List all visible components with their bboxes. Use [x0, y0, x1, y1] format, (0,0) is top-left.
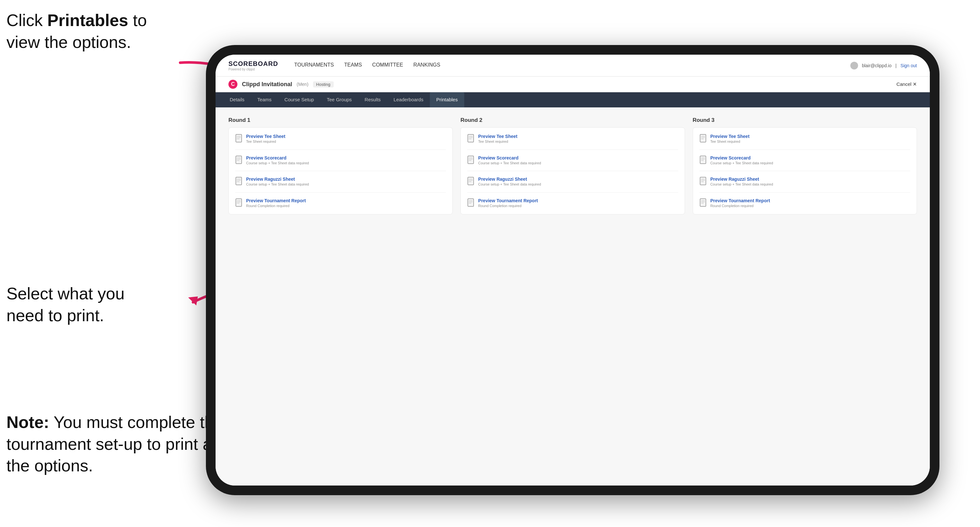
tab-teams[interactable]: Teams [251, 92, 278, 107]
svg-rect-6 [236, 156, 242, 163]
round-3-raguzzi-title: Preview Raguzzi Sheet [710, 176, 773, 182]
hosting-badge: Hosting [313, 81, 334, 87]
round-1-raguzzi-subtitle: Course setup + Tee Sheet data required [246, 182, 309, 187]
round-1-tournament-report[interactable]: Preview Tournament Report Round Completi… [235, 198, 446, 209]
round-3-report-title: Preview Tournament Report [710, 198, 770, 203]
round-3-tee-sheet[interactable]: Preview Tee Sheet Tee Sheet required [700, 133, 910, 144]
round-2-tournament-report[interactable]: Preview Tournament Report Round Completi… [467, 198, 678, 209]
round-2-report-text: Preview Tournament Report Round Completi… [478, 198, 538, 209]
browser-inner: SCOREBOARD Powered by clippd TOURNAMENTS… [216, 55, 930, 486]
tablet-screen: SCOREBOARD Powered by clippd TOURNAMENTS… [216, 55, 930, 486]
annotation-top: Click Printables toview the options. [6, 10, 199, 53]
svg-rect-30 [468, 199, 474, 206]
annotation-bottom: Note: You must complete the tournament s… [6, 411, 225, 477]
round-3-tournament-report[interactable]: Preview Tournament Report Round Completi… [700, 198, 910, 209]
round-3-column: Round 3 [693, 117, 917, 214]
cancel-button[interactable]: Cancel ✕ [896, 81, 917, 87]
round-3-raguzzi[interactable]: Preview Raguzzi Sheet Course setup + Tee… [700, 176, 910, 187]
round-3-report-text: Preview Tournament Report Round Completi… [710, 198, 770, 209]
round-2-card: Preview Tee Sheet Tee Sheet required [460, 127, 685, 214]
round-2-tee-sheet[interactable]: Preview Tee Sheet Tee Sheet required [467, 133, 678, 144]
round-3-report-subtitle: Round Completion required [710, 203, 770, 208]
raguzzi-icon-3 [700, 177, 706, 185]
tee-sheet-icon-2 [467, 134, 474, 143]
tournament-bar: C Clippd Invitational (Men) Hosting Canc… [216, 76, 930, 92]
tournament-report-icon [235, 198, 242, 207]
round-1-scorecard-text: Preview Scorecard Course setup + Tee She… [246, 155, 309, 166]
scorecard-icon-2 [467, 156, 474, 164]
round-2-report-title: Preview Tournament Report [478, 198, 538, 203]
round-1-column: Round 1 [228, 117, 453, 214]
tournament-name: Clippd Invitational [242, 81, 292, 88]
tab-course-setup[interactable]: Course Setup [278, 92, 320, 107]
logo-title: SCOREBOARD [228, 60, 278, 68]
tab-leaderboards[interactable]: Leaderboards [387, 92, 430, 107]
tab-printables[interactable]: Printables [430, 92, 464, 107]
nav-right: blair@clippd.io | Sign out [850, 62, 917, 70]
round-2-tee-sheet-text: Preview Tee Sheet Tee Sheet required [478, 133, 517, 144]
round-1-scorecard-subtitle: Course setup + Tee Sheet data required [246, 161, 309, 166]
round-3-tee-sheet-subtitle: Tee Sheet required [710, 139, 749, 144]
round-1-scorecard[interactable]: Preview Scorecard Course setup + Tee She… [235, 155, 446, 166]
round-1-report-subtitle: Round Completion required [246, 203, 306, 208]
nav-link-committee[interactable]: COMMITTEE [372, 62, 403, 69]
tab-tee-groups[interactable]: Tee Groups [320, 92, 358, 107]
round-1-raguzzi[interactable]: Preview Raguzzi Sheet Course setup + Tee… [235, 176, 446, 187]
round-2-raguzzi-subtitle: Course setup + Tee Sheet data required [478, 182, 541, 187]
round-2-report-subtitle: Round Completion required [478, 203, 538, 208]
annotation-bold: Printables [47, 11, 128, 30]
round-2-raguzzi[interactable]: Preview Raguzzi Sheet Course setup + Tee… [467, 176, 678, 187]
divider [467, 149, 678, 150]
c-logo-icon: C [228, 80, 237, 89]
nav-link-teams[interactable]: TEAMS [344, 62, 362, 69]
svg-rect-22 [468, 156, 474, 163]
round-1-card: Preview Tee Sheet Tee Sheet required [228, 127, 453, 214]
divider [467, 171, 678, 171]
round-1-raguzzi-title: Preview Raguzzi Sheet [246, 176, 309, 182]
round-3-raguzzi-subtitle: Course setup + Tee Sheet data required [710, 182, 773, 187]
round-2-tee-sheet-subtitle: Tee Sheet required [478, 139, 517, 144]
logo-area: SCOREBOARD Powered by clippd [228, 60, 278, 71]
svg-rect-46 [700, 199, 706, 206]
tab-results[interactable]: Results [358, 92, 387, 107]
round-1-report-text: Preview Tournament Report Round Completi… [246, 198, 306, 209]
scorecard-icon-3 [700, 156, 706, 164]
round-2-raguzzi-text: Preview Raguzzi Sheet Course setup + Tee… [478, 176, 541, 187]
round-2-raguzzi-title: Preview Raguzzi Sheet [478, 176, 541, 182]
tablet-shell: SCOREBOARD Powered by clippd TOURNAMENTS… [206, 45, 939, 495]
round-2-column: Round 2 [460, 117, 685, 214]
round-2-scorecard[interactable]: Preview Scorecard Course setup + Tee She… [467, 155, 678, 166]
divider [700, 171, 910, 171]
tournament-report-icon-2 [467, 198, 474, 207]
round-1-report-title: Preview Tournament Report [246, 198, 306, 203]
nav-links: TOURNAMENTS TEAMS COMMITTEE RANKINGS [294, 62, 440, 69]
sign-out-link[interactable]: Sign out [900, 63, 917, 68]
round-3-scorecard[interactable]: Preview Scorecard Course setup + Tee She… [700, 155, 910, 166]
round-3-header: Round 3 [693, 117, 917, 124]
content-area: Round 1 [216, 107, 930, 486]
svg-rect-34 [700, 134, 706, 142]
divider [700, 192, 910, 193]
round-3-scorecard-subtitle: Course setup + Tee Sheet data required [710, 161, 773, 166]
sub-nav: Details Teams Course Setup Tee Groups Re… [216, 92, 930, 107]
round-3-scorecard-title: Preview Scorecard [710, 155, 773, 161]
round-2-header: Round 2 [460, 117, 685, 124]
round-1-header: Round 1 [228, 117, 453, 124]
svg-rect-14 [236, 199, 242, 206]
svg-rect-42 [700, 177, 706, 185]
tournament-title-area: C Clippd Invitational (Men) Hosting [228, 80, 334, 89]
nav-left: SCOREBOARD Powered by clippd TOURNAMENTS… [228, 60, 440, 71]
tab-details[interactable]: Details [223, 92, 251, 107]
raguzzi-icon [235, 177, 242, 185]
round-2-scorecard-subtitle: Course setup + Tee Sheet data required [478, 161, 541, 166]
round-1-tee-sheet[interactable]: Preview Tee Sheet Tee Sheet required [235, 133, 446, 144]
svg-rect-2 [236, 134, 242, 142]
round-1-tee-sheet-title: Preview Tee Sheet [246, 133, 285, 139]
nav-link-tournaments[interactable]: TOURNAMENTS [294, 62, 334, 69]
svg-rect-38 [700, 156, 706, 163]
round-2-scorecard-title: Preview Scorecard [478, 155, 541, 161]
user-avatar [850, 62, 858, 70]
nav-link-rankings[interactable]: RANKINGS [414, 62, 441, 69]
raguzzi-icon-2 [467, 177, 474, 185]
scorecard-icon [235, 156, 242, 164]
